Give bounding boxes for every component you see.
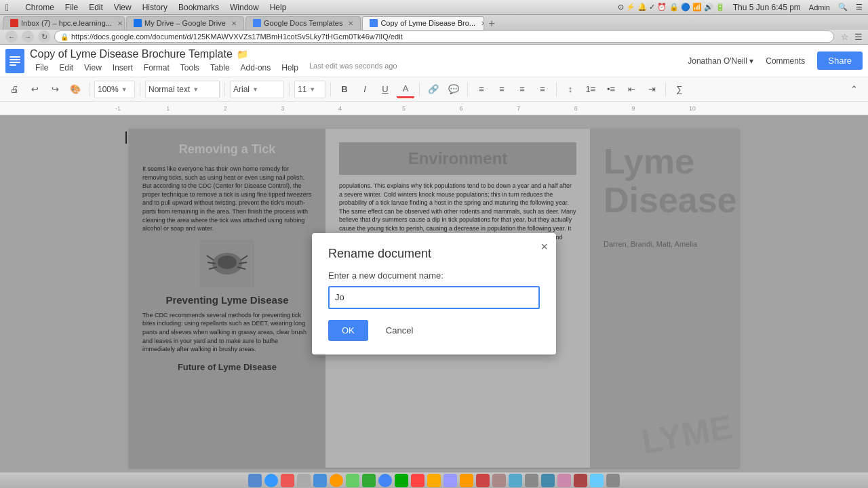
menu-file[interactable]: File	[65, 3, 78, 12]
align-left-button[interactable]: ≡	[473, 81, 490, 98]
tab-drive-close[interactable]: ✕	[231, 20, 237, 27]
formula-button[interactable]: ∑	[671, 81, 688, 98]
dock-chrome[interactable]	[378, 474, 392, 487]
link-button[interactable]: 🔗	[425, 81, 442, 98]
align-justify-button[interactable]: ≡	[534, 81, 551, 98]
underline-button[interactable]: U	[376, 81, 394, 98]
tab-drive[interactable]: My Drive – Google Drive ✕	[126, 16, 244, 30]
bookmark-star-icon[interactable]: ☆	[841, 32, 849, 42]
dock-apps12[interactable]	[492, 474, 506, 487]
dock-launchpad[interactable]	[264, 474, 278, 487]
dock-apps13[interactable]	[509, 474, 522, 487]
menu-chrome[interactable]: Chrome	[25, 3, 54, 12]
increase-indent-button[interactable]: ⇥	[643, 81, 660, 98]
dock-apps9[interactable]	[443, 474, 457, 487]
share-button[interactable]: Share	[817, 52, 863, 70]
forward-button[interactable]: →	[22, 30, 34, 43]
dock-mail[interactable]	[590, 474, 604, 487]
dock-apps4[interactable]	[346, 474, 359, 487]
tab-active-close[interactable]: ✕	[481, 20, 484, 27]
dock-apps2[interactable]	[313, 474, 327, 487]
tab-active-doc[interactable]: Copy of Lyme Disease Bro... ✕	[362, 16, 484, 30]
folder-icon[interactable]: 📁	[237, 49, 248, 60]
search-icon[interactable]: 🔍	[838, 3, 848, 12]
toolbar-sep8	[556, 83, 557, 96]
menu-window[interactable]: Window	[230, 3, 259, 12]
line-spacing-button[interactable]: ↕	[561, 81, 579, 98]
bold-button[interactable]: B	[336, 81, 353, 98]
apple-menu[interactable]: 	[5, 2, 9, 13]
dock-apps8[interactable]	[427, 474, 441, 487]
decrease-indent-button[interactable]: ⇤	[623, 81, 640, 98]
back-button[interactable]: ←	[5, 30, 18, 43]
dock-finder[interactable]	[248, 474, 262, 487]
browser-menu-icon[interactable]: ☰	[854, 32, 863, 42]
comments-button[interactable]: Comments	[760, 54, 810, 68]
dock-apps10[interactable]	[460, 474, 473, 487]
address-bar[interactable]: 🔒 https://docs.google.com/document/d/125…	[54, 30, 834, 43]
menu-bookmarks[interactable]: Bookmarks	[178, 3, 219, 12]
browser-chrome: Inbox (7) – hpc.e.learning... ✕ My Drive…	[0, 15, 868, 45]
size-select[interactable]: 11 ▼	[294, 81, 326, 98]
doc-menu-help[interactable]: Help	[276, 62, 304, 74]
dialog-title: Rename document	[328, 247, 540, 261]
refresh-button[interactable]: ↻	[38, 30, 50, 43]
doc-menu-insert[interactable]: Insert	[107, 62, 138, 74]
dock-apps14[interactable]	[525, 474, 538, 487]
doc-menu-view[interactable]: View	[79, 62, 107, 74]
dialog-ok-button[interactable]: OK	[328, 320, 368, 341]
font-select[interactable]: Arial ▼	[230, 81, 284, 98]
new-tab-button[interactable]: +	[488, 18, 494, 30]
dialog-close-button[interactable]: ×	[540, 240, 548, 254]
redo-button[interactable]: ↪	[46, 81, 64, 98]
doc-menu-addons[interactable]: Add-ons	[235, 62, 277, 74]
doc-title-text[interactable]: Copy of Lyme Disease Brochure Template	[30, 48, 233, 60]
doc-menu-edit[interactable]: Edit	[54, 62, 79, 74]
dock-apps17[interactable]	[574, 474, 587, 487]
tab-doctemplates-close[interactable]: ✕	[348, 20, 353, 27]
tab-doctemplates[interactable]: Google Docs Templates ✕	[245, 16, 361, 30]
italic-button[interactable]: I	[356, 81, 374, 98]
menu-view[interactable]: View	[114, 3, 132, 12]
dock-apps5[interactable]	[362, 474, 376, 487]
toolbar-collapse-button[interactable]: ⌃	[845, 81, 863, 98]
doc-menu-format[interactable]: Format	[138, 62, 175, 74]
text-color-button[interactable]: A	[397, 81, 414, 98]
align-right-button[interactable]: ≡	[513, 81, 531, 98]
comment-button[interactable]: 💬	[445, 81, 462, 98]
rename-input[interactable]	[328, 286, 540, 309]
doc-menu-table[interactable]: Table	[205, 62, 235, 74]
doc-menu-tools[interactable]: Tools	[175, 62, 205, 74]
dock-firefox[interactable]	[281, 474, 294, 487]
style-select[interactable]: Normal text ▼	[145, 81, 220, 98]
paint-format-button[interactable]: 🎨	[66, 81, 84, 98]
menu-edit[interactable]: Edit	[89, 3, 103, 12]
bullet-list-button[interactable]: •≡	[602, 81, 620, 98]
menu-history[interactable]: History	[142, 3, 167, 12]
undo-button[interactable]: ↩	[26, 81, 43, 98]
tab-gmail-close[interactable]: ✕	[117, 20, 123, 27]
dock-apps15[interactable]	[541, 474, 555, 487]
numbered-list-button[interactable]: 1≡	[582, 81, 599, 98]
dock-apps16[interactable]	[557, 474, 571, 487]
doc-menu-file[interactable]: File	[30, 62, 54, 74]
print-button[interactable]: 🖨	[5, 81, 23, 98]
align-center-button[interactable]: ≡	[493, 81, 511, 98]
menu-help[interactable]: Help	[270, 3, 287, 12]
dialog-cancel-button[interactable]: Cancel	[375, 320, 424, 341]
doc-header: Copy of Lyme Disease Brochure Template 📁…	[0, 45, 868, 77]
dock-apps1[interactable]	[297, 474, 311, 487]
dock-apps6[interactable]	[395, 474, 408, 487]
doc-user[interactable]: Jonathan O'Neill ▾	[688, 56, 753, 66]
zoom-select[interactable]: 100% ▼	[94, 81, 135, 98]
user-name[interactable]: Admin	[809, 3, 830, 12]
doc-content-area[interactable]: Removing a Tick It seems like everyone h…	[0, 115, 868, 472]
dock-trash[interactable]	[606, 474, 620, 487]
tab-gmail[interactable]: Inbox (7) – hpc.e.learning... ✕	[3, 16, 125, 30]
dock-apps3[interactable]	[330, 474, 343, 487]
dock-apps11[interactable]	[476, 474, 490, 487]
doc-title-area: Copy of Lyme Disease Brochure Template 📁…	[30, 48, 682, 74]
tab-gmail-label: Inbox (7) – hpc.e.learning...	[21, 19, 112, 27]
dock-apps7[interactable]	[411, 474, 425, 487]
menu-icon[interactable]: ☰	[856, 3, 863, 12]
